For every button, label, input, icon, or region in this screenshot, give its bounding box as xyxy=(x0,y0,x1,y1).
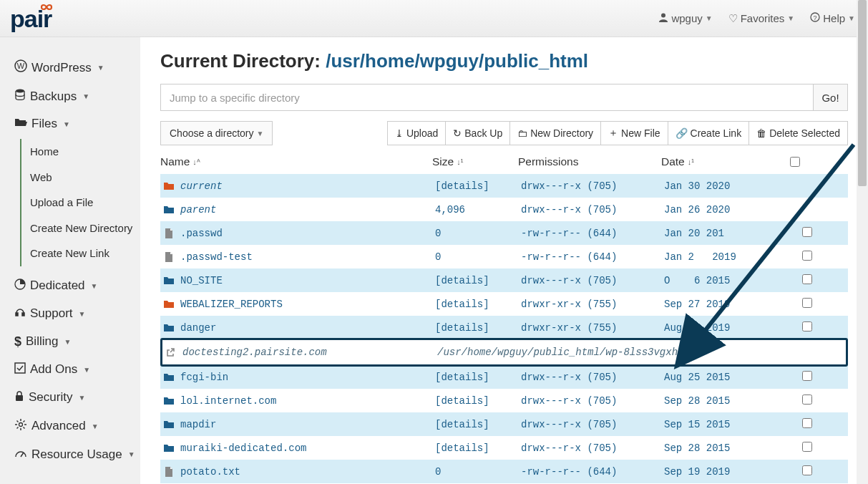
file-name[interactable]: current xyxy=(163,180,435,192)
go-button[interactable]: Go! xyxy=(814,84,848,111)
file-name[interactable]: parent xyxy=(163,204,435,216)
row-checkbox[interactable] xyxy=(802,395,812,405)
table-row[interactable]: potato.txt0-rw-r--r-- (644)Sep 19 2019 xyxy=(160,460,848,483)
row-checkbox[interactable] xyxy=(802,321,812,331)
dollar-icon: $ xyxy=(14,334,21,349)
subnav-create-new-link[interactable]: Create New Link xyxy=(30,241,140,266)
subnav-upload-a-file[interactable]: Upload a File xyxy=(30,190,140,216)
folder-icon xyxy=(163,276,175,285)
row-checkbox[interactable] xyxy=(802,298,812,308)
table-row[interactable]: .passwd0-rw-r--r-- (644)Jan 20 201 xyxy=(160,221,848,245)
nav-backups[interactable]: Backups▼ xyxy=(13,82,140,110)
caret-down-icon: ▼ xyxy=(706,14,713,22)
table-row-highlighted[interactable]: doctesting2.pairsite.com/usr/home/wpguy/… xyxy=(160,338,848,367)
row-checkbox[interactable] xyxy=(802,465,812,475)
select-all-checkbox[interactable] xyxy=(790,157,800,167)
folder-icon xyxy=(163,420,175,429)
file-name[interactable]: mapdir xyxy=(163,419,435,430)
nav-files[interactable]: Files▼ xyxy=(13,110,140,137)
caret-down-icon: ▼ xyxy=(128,450,135,458)
nav-billing[interactable]: $Billing▼ xyxy=(13,328,140,356)
row-checkbox[interactable] xyxy=(802,274,812,284)
user-label: wpguy xyxy=(671,12,702,24)
nav-advanced[interactable]: Advanced▼ xyxy=(13,412,140,441)
upload-button[interactable]: ⤓Upload xyxy=(387,121,446,145)
table-row[interactable]: NO_SITE[details]drwx---r-x (705)O 6 2015 xyxy=(160,268,848,292)
new-directory-button[interactable]: 🗀New Directory xyxy=(510,121,601,145)
file-name[interactable]: fcgi-bin xyxy=(163,372,435,383)
tach-icon xyxy=(14,447,27,462)
delete-selected-button[interactable]: 🗑Delete Selected xyxy=(749,121,848,145)
create-link-button[interactable]: 🔗Create Link xyxy=(668,121,750,145)
row-checkbox[interactable] xyxy=(802,442,812,452)
table-row[interactable]: WEBALIZER_REPORTS[details]drwxr-xr-x (75… xyxy=(160,292,848,316)
nav-dedicated[interactable]: Dedicated▼ xyxy=(13,272,140,300)
file-size: [details] xyxy=(435,322,521,334)
help-menu[interactable]: ? Help ▼ xyxy=(810,12,855,25)
caret-down-icon: ▼ xyxy=(63,120,70,128)
file-date: Sep 28 2015 xyxy=(664,442,793,454)
sort-icon: ↓¹ xyxy=(688,158,694,166)
nav-wordpress[interactable]: WWordPress▼ xyxy=(13,53,140,82)
subnav-create-new-directory[interactable]: Create New Directory xyxy=(30,216,140,241)
file-size: [details] xyxy=(435,372,521,383)
table-row[interactable]: danger[details]drwxr-xr-x (755)Aug 14 20… xyxy=(160,316,848,339)
headset-icon xyxy=(14,306,26,321)
table-row[interactable]: fcgi-bin[details]drwx---r-x (705)Aug 25 … xyxy=(160,365,848,389)
file-name[interactable]: potato.txt xyxy=(163,466,435,478)
sidebar: WWordPress▼Backups▼Files▼HomeWebUpload a… xyxy=(0,37,140,484)
folder-open-icon xyxy=(14,117,27,131)
row-checkbox[interactable] xyxy=(802,227,812,237)
favorites-menu[interactable]: ♡ Favorites ▼ xyxy=(728,12,795,25)
file-date: O 6 2015 xyxy=(664,275,793,286)
file-size: [details] xyxy=(435,180,521,192)
table-row[interactable]: muraiki-dedicated.com[details]drwx---r-x… xyxy=(160,436,848,460)
table-row[interactable]: mapdir[details]drwx---r-x (705)Sep 15 20… xyxy=(160,412,848,436)
page-scrollbar[interactable] xyxy=(857,0,868,484)
table-row[interactable]: parent4,096drwx---r-x (705)Jan 26 2020 xyxy=(160,198,848,221)
nav-resource-usage[interactable]: Resource Usage▼ xyxy=(13,441,140,468)
file-name[interactable]: muraiki-dedicated.com xyxy=(163,442,435,454)
file-name[interactable]: WEBALIZER_REPORTS xyxy=(163,299,435,310)
check-square-icon xyxy=(14,362,26,377)
user-menu[interactable]: wpguy ▼ xyxy=(658,12,712,25)
col-name[interactable]: Name ↓ᴬ xyxy=(160,155,432,168)
file-name[interactable]: .passwd xyxy=(163,228,435,239)
backup-button[interactable]: ↻Back Up xyxy=(446,121,510,145)
subnav-home[interactable]: Home xyxy=(30,139,140,165)
caret-down-icon: ▼ xyxy=(91,282,98,290)
folder-open-o-icon xyxy=(163,181,175,190)
file-permissions: drwx---r-x (705) xyxy=(521,180,664,192)
nav-add-ons[interactable]: Add Ons▼ xyxy=(13,356,140,384)
choose-directory-button[interactable]: Choose a directory ▼ xyxy=(160,121,273,145)
file-permissions: drwx---r-x (705) xyxy=(521,204,664,216)
table-row[interactable]: lol.internet.com[details]drwx---r-x (705… xyxy=(160,389,848,412)
new-file-button[interactable]: ＋New File xyxy=(601,121,668,145)
user-icon xyxy=(658,12,668,24)
sort-icon: ↓ᴬ xyxy=(192,158,200,167)
file-name[interactable]: danger xyxy=(163,322,435,334)
nav-security[interactable]: Security▼ xyxy=(13,384,140,412)
table-row[interactable]: .passwd-test0-rw-r--r-- (644)Jan 2 2019 xyxy=(160,245,848,268)
file-name[interactable]: lol.internet.com xyxy=(163,395,435,407)
row-checkbox[interactable] xyxy=(802,418,812,428)
file-name[interactable]: doctesting2.pairsite.com xyxy=(165,347,437,358)
row-checkbox[interactable] xyxy=(802,371,812,381)
col-date[interactable]: Date ↓¹ xyxy=(661,155,790,168)
file-permissions: drwx---r-x (705) xyxy=(521,419,664,430)
file-permissions: drwx---r-x (705) xyxy=(521,395,664,407)
file-name[interactable]: .passwd-test xyxy=(163,251,435,263)
title-prefix: Current Directory: xyxy=(160,50,326,72)
row-checkbox[interactable] xyxy=(802,251,812,261)
col-select-all[interactable] xyxy=(790,157,819,167)
jump-directory-input[interactable] xyxy=(160,84,814,111)
logo[interactable]: pair xyxy=(10,6,52,31)
table-row[interactable]: current[details]drwx---r-x (705)Jan 30 2… xyxy=(160,174,848,198)
col-size[interactable]: Size ↓¹ xyxy=(432,155,518,168)
nav-support[interactable]: Support▼ xyxy=(13,300,140,328)
lock-icon xyxy=(14,390,24,405)
subnav-web[interactable]: Web xyxy=(30,165,140,190)
upload-icon: ⤓ xyxy=(395,127,404,139)
file-name[interactable]: NO_SITE xyxy=(163,275,435,286)
folder-icon xyxy=(163,443,175,452)
